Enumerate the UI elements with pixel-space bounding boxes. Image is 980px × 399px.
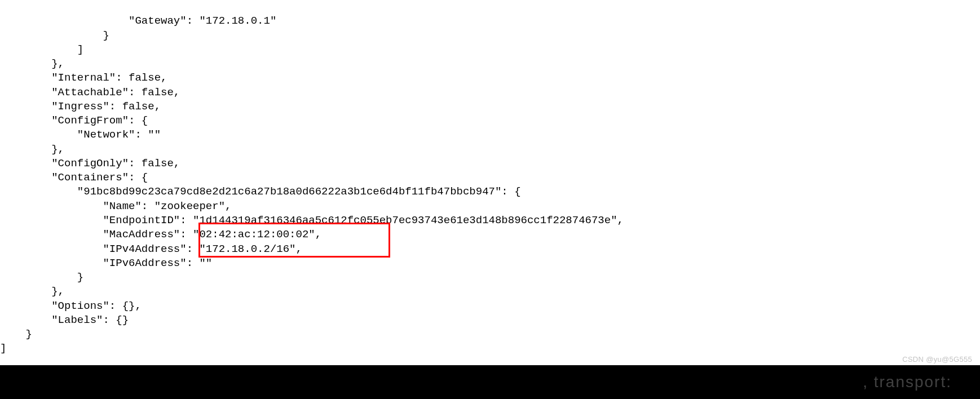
- code-line: "Internal": false,: [0, 72, 167, 84]
- code-line: "Labels": {}: [0, 314, 129, 326]
- code-line: "Options": {},: [0, 300, 142, 312]
- code-line: "Containers": {: [0, 171, 148, 184]
- code-line: }: [0, 271, 83, 283]
- code-line: "EndpointID": "1d144319af316346aa5c612fc…: [0, 214, 624, 227]
- csdn-watermark: CSDN @yu@5G555: [902, 354, 972, 364]
- code-line: "MacAddress": "02:42:ac:12:00:02",: [0, 228, 321, 241]
- code-line: }: [0, 29, 109, 42]
- code-line: },: [0, 143, 64, 156]
- json-output-block: "Gateway": "172.18.0.1" } ] }, "Internal…: [0, 0, 980, 356]
- code-line: "Name": "zookeeper",: [0, 200, 231, 212]
- code-line: "ConfigFrom": {: [0, 114, 148, 127]
- code-line: "IPv4Address": "172.18.0.2/16",: [0, 243, 302, 255]
- code-line: },: [0, 285, 64, 298]
- code-line: "Ingress": false,: [0, 100, 161, 113]
- code-line: ]: [0, 342, 6, 354]
- code-line: "91bc8bd99c23ca79cd8e2d21c6a27b18a0d6622…: [0, 185, 521, 198]
- code-line: "Gateway": "172.18.0.1": [0, 15, 276, 27]
- code-line: "IPv6Address": "": [0, 257, 212, 269]
- terminal-bottom-bar: , transport:: [0, 365, 980, 399]
- code-line: },: [0, 57, 64, 70]
- code-line: }: [0, 328, 32, 340]
- code-line: ]: [0, 43, 83, 56]
- code-line: "Network": "": [0, 128, 161, 141]
- code-line: "Attachable": false,: [0, 86, 180, 99]
- bottom-bar-text: , transport:: [863, 371, 952, 392]
- code-line: "ConfigOnly": false,: [0, 157, 180, 170]
